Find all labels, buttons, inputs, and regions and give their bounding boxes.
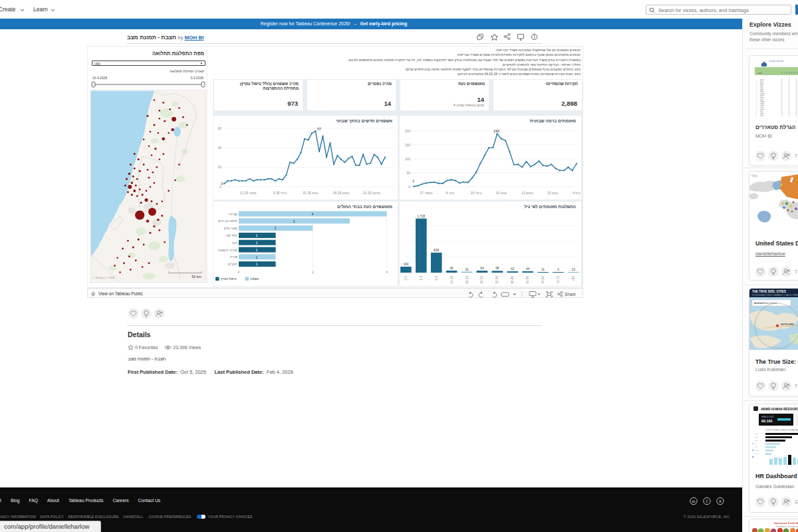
- svg-text:טיפול נמרץ: טיפול נמרץ: [221, 277, 236, 281]
- svg-text:1: 1: [255, 255, 257, 259]
- svg-text:31 25 באוג: 31 25 באוג: [303, 191, 318, 195]
- svg-text:הלל יפה: הלל יפה: [226, 233, 237, 237]
- svg-text:2: 2: [312, 270, 314, 274]
- svg-text:COUNT OF EMPLOYEES BY DEPARTME: COUNT OF EMPLOYEES BY DEPARTMENT: [765, 429, 798, 432]
- svg-text:12 באוק: 12 באוק: [521, 191, 533, 195]
- svg-text:23 בנוב: 23 בנוב: [547, 191, 558, 195]
- svg-text:הגרלת הציות: הגרלת הציות: [769, 59, 784, 63]
- svg-text:ABWD HUMAN RESOURCES DASHBOARD: ABWD HUMAN RESOURCES DASHBOARD: [761, 408, 798, 411]
- svg-text:7: 7: [795, 269, 797, 274]
- svg-text:0-0: 0-0: [404, 276, 408, 281]
- svg-text:40: 40: [217, 146, 221, 150]
- svg-text:12: 12: [795, 499, 798, 504]
- svg-text:X: X: [719, 499, 722, 503]
- svg-text:65: 65: [450, 267, 454, 270]
- svg-text:100: 100: [405, 157, 411, 161]
- svg-text:1: 1: [255, 233, 257, 237]
- svg-text:3: 3: [557, 268, 559, 271]
- svg-text:3: 3: [221, 182, 223, 186]
- svg-text:AUCKLAND: AUCKLAND: [781, 323, 794, 326]
- svg-text:Map: Map: [751, 174, 757, 178]
- svg-text:7: 7: [795, 154, 797, 158]
- svg-text:21 25 בדצמ: 21 25 בדצמ: [363, 191, 380, 195]
- svg-text:3: 3: [293, 219, 295, 223]
- svg-text:אשפוז: אשפוז: [251, 277, 260, 281]
- svg-text:רמב"ם: רמב"ם: [228, 262, 237, 266]
- svg-text:32: 32: [465, 268, 469, 271]
- svg-text:8 ביוני: 8 ביוני: [446, 191, 454, 195]
- svg-text:1: 1: [255, 262, 257, 266]
- svg-text:zivh: zivh: [760, 114, 763, 117]
- svg-text:מעייני הישועה: מעייני הישועה: [218, 248, 238, 252]
- svg-text:31 באוג: 31 באוג: [496, 191, 507, 195]
- svg-text:1: 1: [412, 179, 414, 183]
- svg-text:0: 0: [408, 185, 410, 189]
- svg-text:Share: Share: [565, 292, 576, 297]
- svg-text:11 25 במאי: 11 25 במאי: [240, 191, 257, 195]
- svg-text:26 25 באוק: 26 25 באוק: [333, 191, 349, 195]
- svg-text:1: 1: [255, 248, 257, 252]
- svg-text:7: 7: [795, 384, 797, 388]
- svg-text:THE TRUE SIZE: CITIES: THE TRUE SIZE: CITIES: [752, 290, 786, 293]
- svg-text:0: 0: [238, 270, 240, 274]
- svg-text:HR: HR: [755, 443, 757, 445]
- svg-text:70-79: 70-79: [557, 276, 560, 284]
- svg-text:1 1 1 1 1 1 1 1 1 1 1 1 1 1: 1 1 1 1 1 1 1 1 1 1 1 1 1 1: [781, 114, 798, 117]
- svg-text:HOW BIG ARE CITIES COMPARED TO: HOW BIG ARE CITIES COMPARED TO EACH OTHE…: [752, 294, 798, 297]
- svg-text:15-19: 15-19: [466, 276, 469, 284]
- svg-text:מוסד: מוסד: [757, 72, 762, 74]
- svg-text:1-4: 1-4: [420, 276, 423, 281]
- svg-text:Sales: Sales: [755, 433, 759, 435]
- svg-text:2: 2: [274, 226, 276, 230]
- svg-text:Count: Count: [777, 457, 779, 462]
- svg-text:1: 1: [255, 241, 257, 245]
- svg-text:40-49: 40-49: [511, 276, 514, 284]
- svg-text:42: 42: [511, 267, 515, 271]
- svg-text:30-39: 30-39: [495, 276, 499, 284]
- svg-text:58: 58: [495, 267, 499, 270]
- svg-text:Auckland New Zealand: Auckland New Zealand: [754, 302, 777, 305]
- svg-text:דנה: דנה: [232, 241, 237, 245]
- svg-text:10-14: 10-14: [450, 276, 454, 284]
- svg-text:150: 150: [405, 143, 411, 147]
- svg-text:50-59: 50-59: [526, 276, 529, 284]
- svg-text:190: 190: [493, 129, 499, 133]
- svg-text:© Mapbox © OSM: © Mapbox © OSM: [93, 276, 114, 279]
- svg-text:50 km: 50 km: [192, 275, 201, 279]
- svg-text:4: 4: [311, 212, 313, 216]
- svg-text:27 באפר: 27 באפר: [420, 191, 433, 195]
- svg-text:4 בינו: 4 בינו: [573, 191, 581, 195]
- svg-text:60-69: 60-69: [541, 276, 545, 284]
- svg-text:American Fruit & Vegetable: American Fruit & Vegetable: [773, 521, 798, 525]
- svg-text:1 2 3 4 5 6 7 8 9 10: 1 2 3 4 5 6 7 8 9 10 11 12 13 14 15 16: [781, 72, 798, 74]
- svg-text:6 25 ביולי: 6 25 ביולי: [273, 191, 287, 195]
- svg-text:5-9: 5-9: [435, 276, 438, 281]
- svg-text:HEADCOUNT: HEADCOUNT: [761, 416, 774, 418]
- svg-text:פוריה: פוריה: [230, 255, 237, 259]
- svg-text:50: 50: [406, 171, 410, 175]
- svg-text:20 ביולי: 20 ביולי: [471, 191, 482, 195]
- svg-text:92,191: 92,191: [761, 419, 773, 423]
- svg-text:+80: +80: [572, 276, 575, 281]
- svg-text:60: 60: [217, 126, 221, 130]
- svg-text:638: 638: [434, 249, 439, 252]
- svg-text:190: 190: [403, 263, 408, 266]
- svg-text:4: 4: [386, 270, 388, 274]
- svg-text:R&D: R&D: [755, 453, 758, 455]
- svg-text:הדסה עין כרם: הדסה עין כרם: [218, 219, 237, 223]
- svg-text:in: in: [692, 499, 696, 503]
- svg-text:57: 57: [317, 127, 321, 131]
- svg-text:20: 20: [217, 165, 221, 169]
- svg-text:שניידר: שניידר: [228, 212, 237, 216]
- svg-text:64: 64: [480, 267, 484, 270]
- svg-text:200: 200: [405, 129, 411, 133]
- svg-text:1,728: 1,728: [417, 215, 425, 218]
- svg-text:▪: ▪: [756, 114, 757, 117]
- svg-text:23: 23: [572, 268, 576, 271]
- svg-text:20-29: 20-29: [480, 276, 483, 284]
- svg-text:Data Analytics & Visualization: Data Analytics & Visualization: [776, 525, 798, 528]
- svg-text:Legal: Legal: [755, 450, 759, 452]
- svg-text:Tech: Tech: [755, 436, 759, 438]
- svg-text:f: f: [706, 499, 708, 504]
- svg-text:44: 44: [526, 267, 530, 271]
